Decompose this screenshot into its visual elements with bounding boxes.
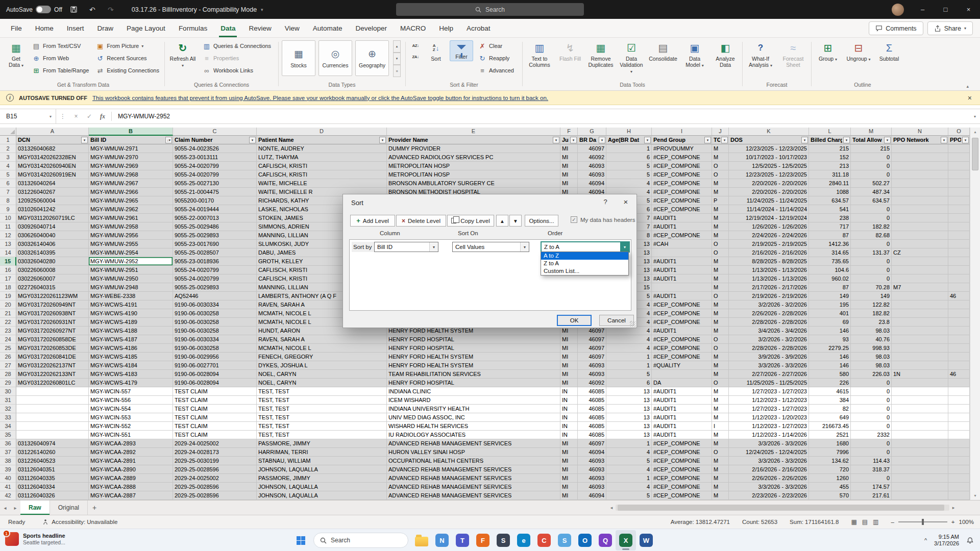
cell-L13[interactable]: 1412.36 — [809, 240, 851, 248]
cell-L12[interactable]: 87 — [809, 231, 851, 240]
menu-tab-file[interactable]: File — [4, 19, 29, 37]
column-header-J[interactable]: J — [712, 128, 729, 136]
cell-D2[interactable]: NONTE, AUDREY — [257, 144, 387, 153]
cell-G39[interactable]: 46093 — [578, 465, 606, 474]
row-header-7[interactable]: 7 — [0, 188, 16, 196]
cell-F28[interactable]: MI — [560, 370, 578, 379]
cell-N4[interactable] — [892, 162, 948, 170]
cell-M10[interactable]: 0 — [851, 214, 892, 222]
cell-A20[interactable]: MGY031720260949NT — [16, 300, 89, 309]
cell-K42[interactable]: 2/23/2026 - 2/23/2026 — [729, 491, 809, 500]
cell-I39[interactable]: #CEP_COMPONE — [652, 465, 712, 474]
cell-D40[interactable]: PASSMORE, JIMMY — [257, 474, 387, 483]
cell-I34[interactable]: #AUDIT1 — [652, 422, 712, 431]
cell-B19[interactable]: MGY-WEBE-2338 — [89, 292, 173, 300]
cell-N34[interactable] — [892, 422, 948, 431]
cell-D42[interactable]: JOHNSON, LAQUALLA — [257, 491, 387, 500]
cell-J13[interactable]: O — [712, 240, 729, 248]
cell-F29[interactable]: MI — [560, 379, 578, 387]
cell-L19[interactable]: 149 — [809, 292, 851, 300]
cell-F25[interactable]: MI — [560, 344, 578, 353]
cell-N23[interactable] — [892, 327, 948, 335]
row-header-27[interactable]: 27 — [0, 361, 16, 370]
cell-D3[interactable]: LUTZ, THAYMA — [257, 153, 387, 162]
cell-L35[interactable]: 2521 — [809, 431, 851, 439]
cell-C7[interactable]: 9055-21-0004475 — [173, 188, 257, 196]
cell-L2[interactable]: 215 — [809, 144, 851, 153]
cell-A3[interactable]: MGY031420262328EN — [16, 153, 89, 162]
cell-J23[interactable]: M — [712, 327, 729, 335]
cell-B12[interactable]: MGY-WMUW-2956 — [89, 231, 173, 240]
cell-K14[interactable]: 2/16/2026 - 2/16/2026 — [729, 248, 809, 257]
cell-A7[interactable]: 031226040267 — [16, 188, 89, 196]
row-header-30[interactable]: 30 — [0, 387, 16, 396]
taskbar-excel[interactable]: X — [616, 530, 636, 550]
cell-K36[interactable]: 3/3/2026 - 3/3/2026 — [729, 439, 809, 448]
cell-K2[interactable]: 12/23/2025 - 12/23/2025 — [729, 144, 809, 153]
cell-J18[interactable]: M — [712, 283, 729, 292]
cell-E24[interactable]: HENRY FORD HOSPITAL — [387, 335, 560, 344]
cell-A15[interactable]: 030326040280 — [16, 257, 89, 266]
existing-connections-button[interactable]: ⇄Existing Connections — [94, 65, 161, 76]
cell-D31[interactable]: TEST, TEST — [257, 396, 387, 405]
cell-A2[interactable]: 031326040682 — [16, 144, 89, 153]
row-header-29[interactable]: 29 — [0, 379, 16, 387]
cell-J40[interactable]: M — [712, 474, 729, 483]
cell-K38[interactable]: 3/3/2026 - 3/3/2026 — [729, 457, 809, 465]
cell-K3[interactable]: 10/17/2023 - 10/17/2023 — [729, 153, 809, 162]
cell-E32[interactable]: INDIANA UNIVERSITY HEALTH — [387, 405, 560, 413]
cell-C15[interactable]: 9055-23-0018936 — [173, 257, 257, 266]
cell-G3[interactable]: 46092 — [578, 153, 606, 162]
taskbar-edge[interactable]: e — [513, 530, 534, 550]
title-search-box[interactable]: Search — [396, 3, 584, 16]
cell-E25[interactable]: HENRY FORD HOSPITAL — [387, 344, 560, 353]
cell-C3[interactable]: 9055-23-0013111 — [173, 153, 257, 162]
zoom-slider[interactable] — [898, 521, 947, 522]
cell-B27[interactable]: MGY-WCWS-4184 — [89, 361, 173, 370]
cell-I14[interactable] — [652, 248, 712, 257]
sort-on-select[interactable]: Cell Values▾ — [452, 242, 529, 252]
cell-D5[interactable]: CAFLISCH, KRISTI — [257, 170, 387, 179]
cell-D41[interactable]: JOHNSON, LAQUALLA — [257, 483, 387, 491]
page-break-view-icon[interactable]: ▥ — [873, 518, 878, 525]
cell-C26[interactable]: 9190-06-0029956 — [173, 353, 257, 361]
cell-J38[interactable]: M — [712, 457, 729, 465]
cell-A31[interactable] — [16, 396, 89, 405]
filter-button-dos[interactable]: ▾ — [801, 137, 808, 143]
cell-M35[interactable]: 2332 — [851, 431, 892, 439]
cell-J27[interactable]: M — [712, 361, 729, 370]
move-level-up-button[interactable]: ▴ — [496, 215, 508, 227]
data-validation-button[interactable]: ☑Data Validation ▾ — [618, 40, 645, 77]
cell-C4[interactable]: 9055-24-0020799 — [173, 162, 257, 170]
cell-B42[interactable]: MGY-WCAA-2887 — [89, 491, 173, 500]
from-table-range-button[interactable]: ⊞From Table/Range — [30, 65, 91, 76]
cell-H29[interactable]: 6 — [606, 379, 652, 387]
cell-N33[interactable] — [892, 413, 948, 422]
cell-M36[interactable]: 0 — [851, 439, 892, 448]
cell-L37[interactable]: 7996 — [809, 448, 851, 457]
cell-C5[interactable]: 9055-24-0020799 — [173, 170, 257, 179]
formula-input[interactable]: MGY-WMUW-2952 — [114, 113, 170, 120]
collapse-ribbon-button[interactable]: ▴ — [966, 84, 969, 89]
column-header-C[interactable]: C — [173, 128, 257, 136]
cell-K27[interactable]: 3/3/2026 - 3/3/2026 — [729, 361, 809, 370]
cell-A19[interactable]: MGY031220261123WM — [16, 292, 89, 300]
order-option-z-to-a[interactable]: Z to A — [541, 260, 628, 267]
cell-N31[interactable] — [892, 396, 948, 405]
cell-A26[interactable]: MGY031720260841DE — [16, 353, 89, 361]
banner-close-icon[interactable]: × — [968, 94, 972, 102]
cell-H30[interactable]: 13 — [606, 387, 652, 396]
cell-H6[interactable]: 4 — [606, 179, 652, 188]
recent-sources-button[interactable]: ↺Recent Sources — [94, 53, 161, 64]
cell-N28[interactable]: 1N — [892, 370, 948, 379]
news-widget[interactable]: 1 Sports headline Seattle targeted... — [5, 532, 65, 546]
cell-O35[interactable] — [948, 431, 970, 439]
cell-N22[interactable] — [892, 318, 948, 327]
cell-L25[interactable]: 2279.25 — [809, 344, 851, 353]
cell-F39[interactable]: MI — [560, 465, 578, 474]
cell-G5[interactable]: 46093 — [578, 170, 606, 179]
cell-J19[interactable]: O — [712, 292, 729, 300]
new-sheet-button[interactable]: + — [88, 500, 101, 515]
cell-J16[interactable]: M — [712, 266, 729, 274]
filter-button-claim[interactable]: ▾ — [249, 137, 256, 143]
